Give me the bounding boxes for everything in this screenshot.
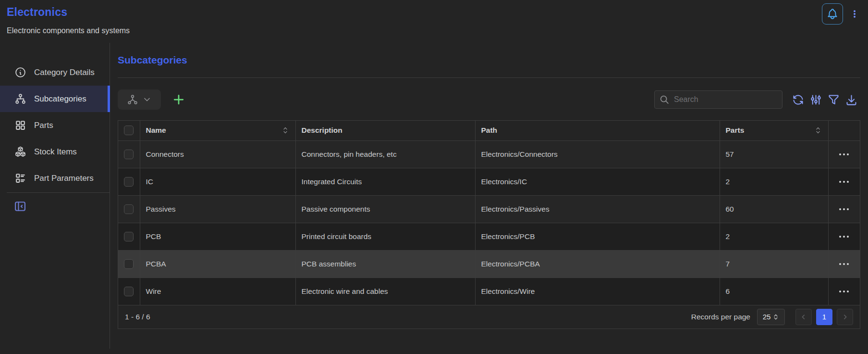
column-header-description[interactable]: Description	[295, 121, 475, 140]
cell-parts: 2	[720, 168, 828, 195]
dots-horizontal-icon	[838, 261, 850, 267]
cell-parts: 2	[720, 223, 828, 250]
cell-name: Passives	[140, 195, 295, 223]
chevron-down-icon	[142, 95, 152, 104]
sidebar-item-label: Subcategories	[34, 94, 86, 104]
add-subcategory-button[interactable]	[171, 92, 186, 107]
notifications-button[interactable]	[822, 3, 843, 25]
sidebar-divider	[7, 192, 110, 193]
row-actions-button[interactable]	[838, 178, 850, 185]
dots-horizontal-icon	[838, 178, 850, 185]
sidebar: Category Details Subcategories Parts	[0, 43, 110, 349]
overflow-menu-button[interactable]	[848, 3, 861, 25]
cell-description: Passive components	[295, 195, 475, 223]
cell-description: Electronic wire and cables	[295, 278, 475, 305]
table-row[interactable]: PCB Printed circuit boards Electronics/P…	[118, 223, 860, 250]
cell-parts: 7	[720, 250, 828, 278]
header-actions	[822, 3, 861, 25]
column-header-name[interactable]: Name	[140, 121, 295, 140]
download-icon	[845, 93, 858, 106]
download-button[interactable]	[843, 91, 860, 108]
column-header-path[interactable]: Path	[475, 121, 720, 140]
table-row[interactable]: Connectors Connectors, pin headers, etc …	[118, 140, 860, 168]
record-range-label: 1 - 6 / 6	[125, 313, 150, 321]
cell-path: Electronics/PCBA	[475, 250, 720, 278]
row-actions-button[interactable]	[838, 288, 850, 295]
sidebar-item-category-details[interactable]: Category Details	[0, 59, 110, 86]
subcategories-table: Name Description	[118, 120, 860, 329]
row-checkbox[interactable]	[124, 259, 134, 269]
column-header-actions	[828, 121, 860, 140]
table-row-highlighted[interactable]: PCBA PCB assemblies Electronics/PCBA 7	[118, 250, 860, 278]
sidebar-collapse-button[interactable]	[13, 200, 27, 213]
row-checkbox[interactable]	[124, 150, 134, 159]
grid-icon	[14, 119, 26, 131]
table-toolbar	[118, 89, 860, 110]
sidebar-item-stock-items[interactable]: Stock Items	[0, 139, 110, 165]
row-actions-button[interactable]	[838, 233, 850, 240]
page-title: Electronics	[7, 6, 859, 19]
dots-vertical-icon	[850, 7, 859, 21]
cell-parts: 6	[720, 278, 828, 305]
sitemap-icon	[14, 93, 26, 105]
adjustments-icon	[809, 93, 822, 106]
cell-description: Printed circuit boards	[295, 223, 475, 250]
cell-name: Wire	[140, 278, 295, 305]
refresh-icon	[792, 93, 805, 106]
sidebar-item-parts[interactable]: Parts	[0, 112, 110, 139]
sidebar-collapse-icon	[13, 200, 27, 213]
row-actions-button[interactable]	[838, 206, 850, 213]
cell-path: Electronics/PCB	[475, 223, 720, 250]
pagination: 1	[795, 309, 853, 325]
main-panel: Subcategories	[110, 43, 868, 349]
refresh-button[interactable]	[789, 91, 807, 108]
sidebar-item-label: Part Parameters	[34, 174, 94, 183]
bell-icon	[826, 8, 839, 20]
cell-parts: 57	[720, 140, 828, 168]
row-checkbox[interactable]	[124, 204, 134, 214]
cell-path: Electronics/Passives	[475, 195, 720, 223]
column-settings-button[interactable]	[807, 91, 825, 108]
records-per-page-value: 25	[763, 313, 771, 321]
page-header: Electronics Electronic components and sy…	[0, 0, 868, 43]
dots-horizontal-icon	[838, 288, 850, 295]
table-row[interactable]: IC Integrated Circuits Electronics/IC 2	[118, 168, 860, 195]
sidebar-item-label: Category Details	[34, 68, 95, 77]
records-per-page-select[interactable]: 25	[757, 309, 785, 325]
search-input[interactable]	[654, 90, 782, 109]
table-row[interactable]: Passives Passive components Electronics/…	[118, 195, 860, 223]
filter-icon	[827, 93, 840, 106]
sort-icon[interactable]	[814, 126, 822, 135]
cell-description: Connectors, pin headers, etc	[295, 140, 475, 168]
column-header-parts[interactable]: Parts	[720, 121, 828, 140]
dots-horizontal-icon	[838, 206, 850, 213]
page-1-button[interactable]: 1	[816, 309, 832, 325]
chevron-right-icon	[841, 313, 849, 321]
previous-page-button[interactable]	[795, 309, 812, 325]
row-actions-button[interactable]	[838, 261, 850, 267]
tree-view-button[interactable]	[118, 89, 161, 110]
cell-description: PCB assemblies	[295, 250, 475, 278]
cell-path: Electronics/IC	[475, 168, 720, 195]
cell-name: PCBA	[140, 250, 295, 278]
row-checkbox[interactable]	[124, 287, 134, 296]
sitemap-icon	[127, 94, 138, 105]
search-box	[654, 90, 782, 109]
panel-heading: Subcategories	[118, 54, 860, 66]
select-all-checkbox[interactable]	[124, 126, 134, 135]
plus-icon	[171, 92, 186, 107]
cell-path: Electronics/Wire	[475, 278, 720, 305]
filter-button[interactable]	[825, 91, 843, 108]
sort-icon[interactable]	[281, 126, 290, 135]
table-row[interactable]: Wire Electronic wire and cables Electron…	[118, 278, 860, 305]
row-actions-button[interactable]	[838, 151, 850, 158]
sidebar-item-label: Parts	[34, 121, 53, 130]
packages-icon	[14, 146, 26, 158]
cell-parts: 60	[720, 195, 828, 223]
next-page-button[interactable]	[837, 309, 853, 325]
row-checkbox[interactable]	[124, 232, 134, 241]
sidebar-item-subcategories[interactable]: Subcategories	[0, 86, 110, 112]
sidebar-item-part-parameters[interactable]: Part Parameters	[0, 165, 110, 191]
row-checkbox[interactable]	[124, 177, 134, 187]
search-icon	[659, 94, 670, 105]
